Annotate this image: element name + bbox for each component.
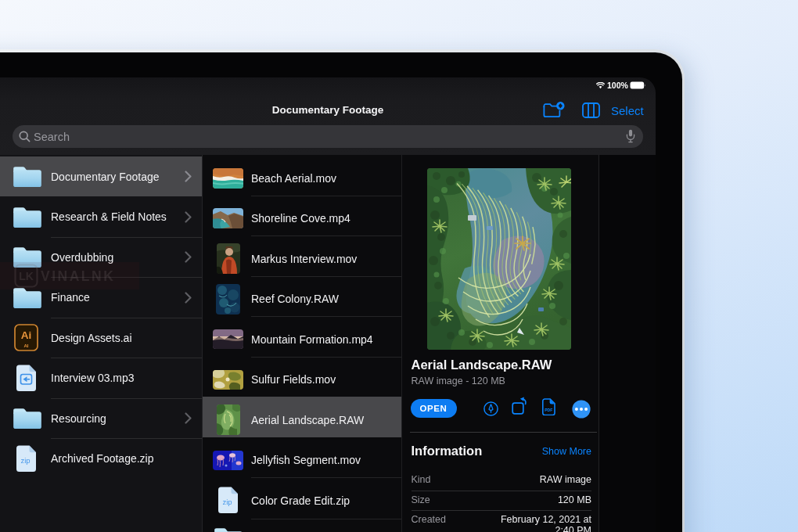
svg-text:zip: zip [20, 456, 30, 465]
svg-text:LK: LK [19, 270, 34, 282]
svg-text:zip: zip [222, 498, 232, 506]
svg-text:AI: AI [24, 343, 29, 348]
svg-text:Ai: Ai [21, 329, 32, 341]
svg-text:PDF: PDF [545, 408, 552, 412]
